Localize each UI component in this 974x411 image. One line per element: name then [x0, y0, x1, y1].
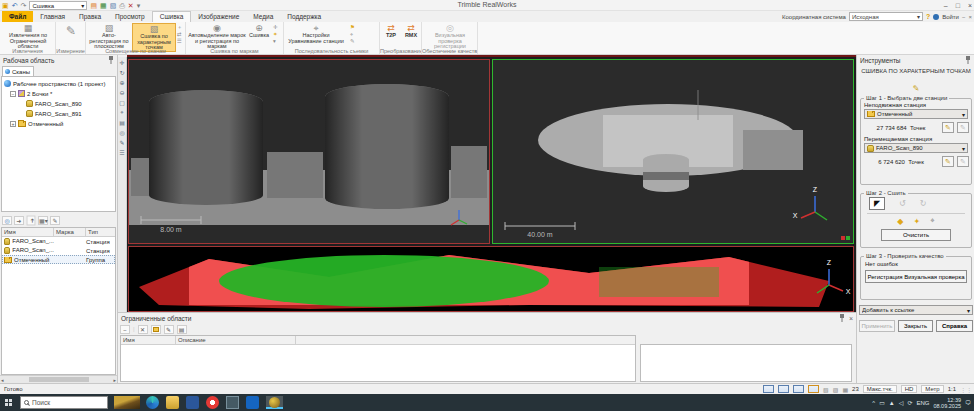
viewport-layout-2-icon[interactable]: [778, 385, 789, 393]
point-size-icon[interactable]: ▨: [833, 386, 839, 393]
hd-field[interactable]: HD: [901, 385, 918, 393]
render-mode-icon[interactable]: ▦: [842, 386, 848, 393]
visual-check-button[interactable]: ◎ Визуальная проверка регистрации: [425, 23, 475, 50]
delete-icon[interactable]: ✕: [128, 0, 134, 11]
language-indicator[interactable]: ENG: [916, 400, 929, 406]
remove-icon[interactable]: −: [120, 325, 130, 334]
station-list-header[interactable]: Имя Марка Тип: [2, 228, 115, 237]
pin-icon[interactable]: [108, 56, 114, 64]
tree-item-scan-890[interactable]: FARO_Scan_890: [26, 99, 82, 108]
station-setup-button[interactable]: ⌖ Настройки Уравнивание станции: [288, 23, 344, 44]
tree-item-group[interactable]: + Отмеченный: [10, 119, 63, 128]
edit-cloud-button[interactable]: ✎: [942, 156, 954, 167]
settings-view-icon[interactable]: ☰: [119, 149, 124, 156]
clear-button[interactable]: Очистить: [881, 229, 951, 241]
filter-icon[interactable]: ✎: [50, 216, 60, 225]
list-row-scan-890[interactable]: FARO_Scan_... Станция: [2, 237, 115, 246]
tree-item-project[interactable]: − 2 Бочки *: [10, 89, 52, 98]
zoom-tool-icon[interactable]: ⊕: [119, 79, 124, 86]
target-registration-button[interactable]: ⊕ Сшивка: [248, 23, 270, 39]
customize-qat-icon[interactable]: ▾: [137, 0, 141, 11]
close-window-icon[interactable]: ×: [968, 2, 972, 9]
units-field[interactable]: Метр: [921, 385, 943, 393]
horizontal-scrollbar[interactable]: ◂ ▸: [0, 375, 117, 383]
mail-icon[interactable]: [246, 396, 259, 409]
print-icon[interactable]: ⎙: [119, 0, 125, 11]
editor-textarea[interactable]: [640, 344, 852, 382]
minimize-ribbon-icon[interactable]: −: [962, 14, 966, 20]
help-icon[interactable]: ?: [926, 13, 930, 20]
max-points-field[interactable]: Макс.тчк.: [863, 385, 897, 393]
column-name[interactable]: Имя: [2, 228, 54, 236]
pc-icon[interactable]: [226, 396, 239, 409]
tree-item-scan-891[interactable]: FARO_Scan_891: [26, 109, 82, 118]
explorer-icon[interactable]: [166, 396, 179, 409]
tab-scans[interactable]: Сканы: [2, 66, 34, 76]
rotate-cw-icon[interactable]: ↻: [920, 199, 927, 208]
tab-view[interactable]: Просмотр: [108, 11, 152, 22]
edit-box-icon[interactable]: ✎: [164, 325, 174, 334]
redo-icon[interactable]: ↷: [21, 0, 27, 11]
tray-network-icon[interactable]: ▲: [889, 400, 895, 406]
quick-access-combo[interactable]: Сшивка▾: [29, 1, 87, 10]
table-view-icon[interactable]: ▦▾: [38, 216, 48, 225]
rotate-ccw-icon[interactable]: ↺: [899, 199, 906, 208]
auto-extract-targets-button[interactable]: ◉ Автовыделение марок и регистрация по м…: [188, 23, 246, 50]
pick-point-button[interactable]: ◤: [869, 197, 885, 210]
column-description[interactable]: Описание: [176, 336, 296, 344]
minimize-window-icon[interactable]: –: [944, 2, 948, 9]
save-icon[interactable]: ▧: [110, 0, 117, 11]
scrollbar-thumb[interactable]: [29, 377, 89, 382]
scroll-right-icon[interactable]: ▸: [113, 377, 116, 383]
add-target-icon[interactable]: ✛: [273, 24, 278, 30]
trimble-logo-icon[interactable]: [114, 396, 140, 409]
close-document-icon[interactable]: ×: [968, 14, 972, 20]
pan-tool-icon[interactable]: ✛: [119, 59, 124, 66]
star-point-icon[interactable]: ✦: [913, 217, 920, 226]
measure-button[interactable]: ✎: [62, 23, 80, 39]
tab-image[interactable]: Изображение: [191, 11, 246, 22]
measure-view-icon[interactable]: ✎: [119, 139, 124, 146]
send-up-icon[interactable]: ➜: [14, 216, 24, 225]
copy-box-icon[interactable]: ▤: [177, 325, 187, 334]
viewport-layout-3-icon[interactable]: [793, 385, 804, 393]
viewport-registration-check[interactable]: Z X: [128, 246, 854, 312]
auto-register-by-planes-button[interactable]: ▨ Авто-регистрация по плоскостям: [88, 23, 130, 50]
tray-chevron-icon[interactable]: ^: [872, 400, 875, 406]
restore-window-icon[interactable]: □: [956, 2, 960, 9]
viewport-layout-4-icon[interactable]: [808, 385, 819, 393]
tray-update-icon[interactable]: ⟳: [907, 399, 912, 406]
taskbar-search[interactable]: Поиск: [20, 396, 108, 409]
tab-home[interactable]: Главная: [33, 11, 72, 22]
import-box-icon[interactable]: [151, 325, 161, 334]
tab-registration[interactable]: Сшивка: [152, 11, 192, 22]
extract-by-limit-box-button[interactable]: ▦ Извлечения по Ограниченной области: [3, 23, 53, 50]
send-down-icon[interactable]: ➜: [27, 216, 36, 226]
realworks-active-icon[interactable]: [266, 396, 283, 409]
reset-cloud-button[interactable]: ✎: [957, 156, 969, 167]
edge-icon[interactable]: [146, 396, 159, 409]
column-mark[interactable]: Марка: [54, 228, 86, 236]
collapse-icon[interactable]: −: [10, 91, 16, 97]
new-project-icon[interactable]: ▤: [90, 0, 97, 11]
star-target-icon[interactable]: ✦: [273, 31, 278, 37]
pin-icon[interactable]: [839, 314, 845, 322]
edit-traverse-icon[interactable]: ✎: [350, 38, 355, 44]
action-center-icon[interactable]: 🗨: [965, 400, 971, 406]
target-point-icon[interactable]: ⌖: [930, 216, 935, 226]
list-row-group[interactable]: Отмеченный Группа: [2, 255, 115, 264]
taskbar-clock[interactable]: 12:39 08.09.2025: [933, 397, 961, 409]
help-button[interactable]: Справка: [936, 320, 973, 332]
rmx-button[interactable]: ⇄ RMX: [401, 23, 421, 39]
tray-pc-icon[interactable]: ▭: [879, 399, 885, 406]
app-red-icon[interactable]: [206, 396, 219, 409]
target-view-icon[interactable]: ⌖: [120, 109, 123, 116]
camera-view-icon[interactable]: ◎: [119, 129, 124, 136]
reset-cloud-button[interactable]: ✎: [957, 122, 969, 133]
column-name[interactable]: Имя: [121, 336, 176, 344]
tab-support[interactable]: Поддержка: [280, 11, 328, 22]
coordinate-system-combo[interactable]: Исходная▾: [849, 12, 923, 21]
more-targets-icon[interactable]: ▾: [273, 38, 278, 44]
expand-icon[interactable]: +: [10, 121, 16, 127]
apply-button[interactable]: Применить: [859, 320, 895, 332]
